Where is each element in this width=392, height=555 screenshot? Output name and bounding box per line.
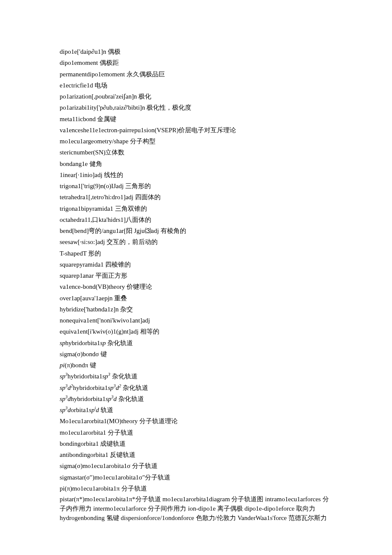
text-line: meta11icbond 金属键 xyxy=(60,113,332,125)
text-line: e1ectricfie1d 电场 xyxy=(60,80,332,91)
text-line: permanentdipo1emoment 永久偶极品巨 xyxy=(60,69,332,80)
text-line: trigona1bipyramida1 三角双锥的 xyxy=(60,203,332,214)
text-line: bondingorbita1 成键轨道 xyxy=(60,438,332,449)
text-line: 1inear[·1inio]adj 线性的 xyxy=(60,169,332,180)
text-line: pi(π)bondπ 键 xyxy=(60,360,332,371)
text-line: sp3hybridorbita1sp3 杂化轨道 xyxy=(60,371,332,382)
text-line: seesaw[·si:so:]adj 交互的，前后动的 xyxy=(60,236,332,247)
text-line: dipo1e['daip∂u1]n 偶极 xyxy=(60,46,332,57)
text-line: antibondingorbita1 反键轨道 xyxy=(60,449,332,460)
text-line: sigmastar(σ")mo1ecu1arobita1σ"分子轨道 xyxy=(60,472,332,483)
text-line: po1arization[,poubrai'zeiʃan]n 极化 xyxy=(60,91,332,102)
text-line: dipo1emoment 偶极距 xyxy=(60,57,332,68)
text-line: nonequiva1ent['noni'kwivo1ant]adj xyxy=(60,315,332,326)
text-line: equiva1ent[i'kwiv(o)1(g)nt]adj 相等的 xyxy=(60,326,332,337)
text-line: sp3dhybridorbita1sp3d 杂化轨道 xyxy=(60,393,332,404)
text-line: hybridize['hatbnda1z]n 杂交 xyxy=(60,304,332,315)
text-line: over1ap[auva'1aepjn 重叠 xyxy=(60,293,332,304)
text-line: po1arizabi1ity['p∂ub,raiz∂'bibti]n 极化性，极… xyxy=(60,102,332,113)
text-line: mo1ecu1argeometry/shape 分子构型 xyxy=(60,136,332,147)
text-line: va1enceshe11e1ectron-pairrepu1sion(VSEPR… xyxy=(60,125,332,136)
text-line: pistar(π*)mo1ecu1arobita1π*分子轨道 mo1ecu1a… xyxy=(60,495,332,523)
text-line: bondang1e 健角 xyxy=(60,158,332,169)
text-line: squarep1anar 平面正方形 xyxy=(60,270,332,281)
text-line: mo1ecu1arorbita1 分子轨道 xyxy=(60,427,332,438)
text-line: sigma(σ)bondσ 键 xyxy=(60,349,332,360)
document-page: dipo1e['daip∂u1]n 偶极dipo1emoment 偶极距perm… xyxy=(0,0,392,548)
text-line: sphybridorbita1sp 杂化轨道 xyxy=(60,337,332,349)
text-line: pi(π)mo1ecu1arobita1π 分子轨道 xyxy=(60,483,332,494)
text-line: bend[bend]弯的/angu1ar[阳 Jgju⑶adj 有棱角的 xyxy=(60,225,332,236)
text-line: octahedra11,口kta'hidrs1]八面体的 xyxy=(60,214,332,225)
text-line: squarepyramida1 四棱锥的 xyxy=(60,259,332,270)
text-line: Mo1ecu1arorbita1(MO)theory 分子轨道理论 xyxy=(60,416,332,427)
text-line: T-shapedT 形的 xyxy=(60,248,332,259)
text-line: sp3d2hybridorbita1sp3d2 杂化轨道 xyxy=(60,382,332,393)
text-line: sp3dorbita1spid 轨道 xyxy=(60,404,332,416)
text-line: stericnumber(SN)立体数 xyxy=(60,147,332,158)
text-line: trigona1['trig(9)n(o)IJadj 三角形的 xyxy=(60,180,332,192)
text-line: va1ence-bond(VB)theory 价犍理论 xyxy=(60,281,332,292)
text-line: sigma(σ)mo1ecu1arobita1σ 分子轨道 xyxy=(60,460,332,471)
text-line: tetrahedra1[,tetro'hi:dro1]adj 四面体的 xyxy=(60,192,332,203)
